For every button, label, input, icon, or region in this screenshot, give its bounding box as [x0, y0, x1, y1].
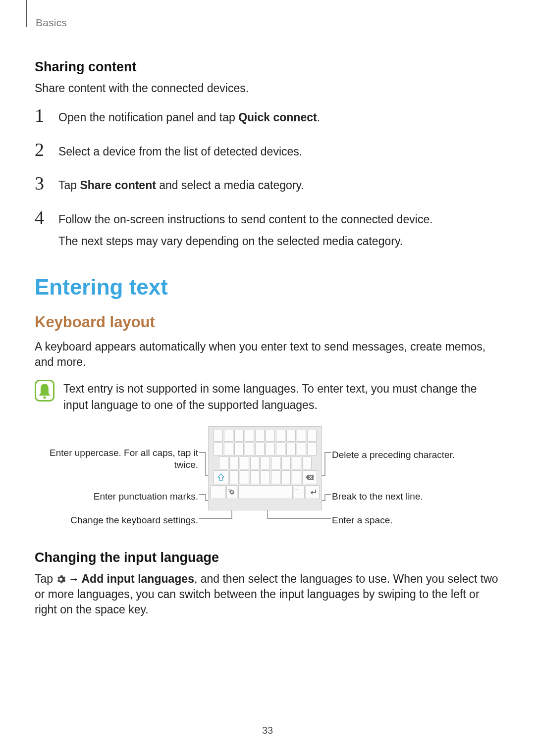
- key: [261, 456, 270, 469]
- key-dots: ...: [228, 487, 231, 490]
- step-text: Select a device from the list of detecte…: [58, 140, 302, 160]
- key: [271, 470, 280, 484]
- callout-punctuation: Enter punctuation marks.: [35, 491, 198, 503]
- breadcrumb: Basics: [36, 17, 67, 29]
- shift-key: [214, 470, 228, 484]
- step-text: Tap Share content and select a media cat…: [58, 174, 304, 194]
- key: [261, 470, 270, 484]
- text: Tap: [35, 572, 56, 585]
- punctuation-key: [211, 485, 225, 499]
- note-bell-icon: [35, 380, 54, 402]
- key: [286, 430, 296, 442]
- arrow-icon: →: [66, 572, 81, 585]
- note-text: Text entry is not supported in some lang…: [63, 380, 500, 414]
- key: [224, 443, 233, 455]
- keyboard-figure: Enter uppercase. For all caps, tap it tw…: [35, 426, 500, 535]
- entering-text-heading: Entering text: [35, 275, 500, 300]
- key: [219, 456, 228, 469]
- sharing-heading: Sharing content: [35, 59, 500, 75]
- key: [292, 470, 301, 484]
- key: [240, 470, 249, 484]
- keyboard-layout-heading: Keyboard layout: [35, 313, 500, 331]
- key: [250, 456, 260, 469]
- manual-page: Basics Sharing content Share content wit…: [0, 0, 535, 756]
- key: [250, 470, 260, 484]
- text: and select a media category.: [156, 179, 304, 192]
- key: [307, 443, 317, 455]
- step-3: 3 Tap Share content and select a media c…: [35, 174, 500, 194]
- backspace-icon: [305, 474, 314, 480]
- key: [214, 443, 223, 455]
- secondary-key: ...: [294, 485, 305, 499]
- callout-delete: Delete a preceding character.: [332, 449, 495, 461]
- text: Follow the on-screen instructions to sen…: [58, 213, 433, 226]
- svg-point-1: [44, 396, 46, 399]
- key: [229, 456, 239, 469]
- keyboard-illustration: ... ...: [208, 426, 322, 510]
- sharing-intro: Share content with the connected devices…: [35, 81, 500, 96]
- key: [302, 456, 312, 469]
- gear-icon: [56, 572, 66, 585]
- backspace-key: [302, 470, 317, 484]
- quick-connect-label: Quick connect: [238, 111, 317, 124]
- key: [281, 470, 291, 484]
- text: Open the notification panel and tap: [58, 111, 238, 124]
- sharing-steps: 1 Open the notification panel and tap Qu…: [35, 106, 500, 250]
- key: [266, 430, 275, 442]
- changing-input-heading: Changing the input language: [35, 550, 500, 565]
- key: [286, 443, 296, 455]
- key: [292, 456, 301, 469]
- callout-uppercase: Enter uppercase. For all caps, tap it tw…: [35, 447, 198, 471]
- step-1: 1 Open the notification panel and tap Qu…: [35, 106, 500, 126]
- key: [271, 456, 280, 469]
- key: [255, 443, 265, 455]
- callout-linebreak: Break to the next line.: [332, 491, 495, 503]
- callout-settings: Change the keyboard settings.: [35, 514, 198, 526]
- shift-arrow-icon: [217, 473, 224, 481]
- key: [297, 430, 306, 442]
- step-number: 3: [35, 174, 49, 193]
- step-2: 2 Select a device from the list of detec…: [35, 140, 500, 160]
- key: [266, 443, 275, 455]
- step-number: 4: [35, 208, 49, 227]
- text: .: [317, 111, 320, 124]
- keyboard-intro: A keyboard appears automatically when yo…: [35, 339, 500, 370]
- text: The next steps may vary depending on the…: [58, 233, 433, 250]
- note-row: Text entry is not supported in some lang…: [35, 380, 500, 414]
- key: [229, 470, 239, 484]
- key: [307, 430, 317, 442]
- step-number: 2: [35, 140, 49, 159]
- step-text: Open the notification panel and tap Quic…: [58, 106, 320, 126]
- step-4: 4 Follow the on-screen instructions to s…: [35, 208, 500, 250]
- key: [255, 430, 265, 442]
- add-input-languages-label: Add input languages: [81, 572, 194, 585]
- key: [234, 443, 244, 455]
- key: [224, 430, 233, 442]
- key: [214, 430, 223, 442]
- key: [245, 443, 254, 455]
- step-number: 1: [35, 106, 49, 125]
- changing-input-text: Tap →Add input languages, and then selec…: [35, 571, 500, 617]
- key: [240, 456, 249, 469]
- page-number: 33: [0, 725, 535, 736]
- enter-icon: [309, 489, 317, 496]
- enter-key: [306, 485, 320, 499]
- key: [276, 430, 285, 442]
- text: Tap: [58, 179, 80, 192]
- key: [234, 430, 244, 442]
- key: [245, 430, 254, 442]
- step-text: Follow the on-screen instructions to sen…: [58, 208, 433, 250]
- share-content-label: Share content: [80, 179, 156, 192]
- space-key: [238, 485, 293, 499]
- settings-key: ...: [226, 485, 237, 499]
- key-dots: ...: [295, 487, 298, 490]
- key: [281, 456, 291, 469]
- header-rule: [26, 0, 27, 27]
- key: [297, 443, 306, 455]
- key: [276, 443, 285, 455]
- callout-space: Enter a space.: [332, 514, 495, 526]
